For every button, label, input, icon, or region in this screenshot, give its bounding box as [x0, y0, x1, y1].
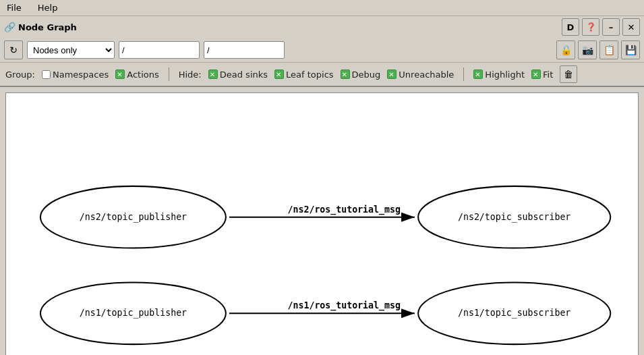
actions-checkbox-group: Actions: [115, 70, 159, 80]
highlight-group: Highlight: [473, 70, 525, 80]
leaf-topics-label: Leaf topics: [286, 70, 334, 80]
actions-label: Actions: [127, 70, 159, 80]
copy-icon: 📋: [604, 45, 615, 55]
view-dropdown[interactable]: Nodes only Nodes/Topics Topics only: [27, 41, 115, 59]
filter-separator: [169, 67, 169, 81]
unreachable-group: Unreachable: [387, 70, 454, 80]
snapshot-icon: 📷: [582, 45, 593, 55]
node-ns2-subscriber-label: /ns2/topic_subscriber: [458, 212, 570, 223]
node-ns2-publisher-label: /ns2/topic_publisher: [80, 212, 187, 223]
graph-area: /ns2/ros_tutorial_msg /ns1/ros_tutorial_…: [5, 92, 639, 355]
refresh-icon: ↻: [9, 45, 18, 55]
filter-separator-2: [463, 67, 464, 81]
highlight-label: Highlight: [485, 70, 525, 80]
fit-group: Fit: [531, 70, 553, 80]
leaf-topics-group: Leaf topics: [274, 70, 334, 80]
save-button[interactable]: 💾: [621, 40, 640, 59]
lock-icon: 🔒: [560, 45, 572, 55]
unreachable-check[interactable]: [387, 70, 397, 79]
graph-svg[interactable]: /ns2/ros_tutorial_msg /ns1/ros_tutorial_…: [6, 93, 638, 355]
filter-bar: Group: Namespaces Actions Hide: Dead sin…: [0, 63, 644, 87]
btn-help[interactable]: ❓: [582, 18, 599, 36]
toolbar: ↻ Nodes only Nodes/Topics Topics only 🔒 …: [0, 38, 644, 63]
btn-dash[interactable]: –: [602, 18, 620, 36]
topic-filter-input[interactable]: [204, 41, 285, 59]
leaf-topics-check[interactable]: [274, 70, 284, 79]
highlight-check[interactable]: [473, 70, 483, 79]
btn-d[interactable]: D: [562, 18, 579, 36]
fit-check[interactable]: [531, 70, 541, 79]
namespaces-label: Namespaces: [53, 70, 109, 80]
group-label: Group:: [5, 70, 35, 80]
actions-green-check[interactable]: [115, 70, 125, 79]
trash-button[interactable]: 🗑: [560, 65, 577, 83]
node-graph-icon: 🔗: [4, 22, 16, 32]
edge-ns2-label: /ns2/ros_tutorial_msg: [288, 204, 401, 215]
fit-label: Fit: [543, 70, 553, 80]
lock-button[interactable]: 🔒: [556, 40, 575, 59]
dead-sinks-group: Dead sinks: [208, 70, 268, 80]
namespaces-checkbox[interactable]: [42, 70, 51, 79]
debug-label: Debug: [352, 70, 381, 80]
debug-group: Debug: [341, 70, 381, 80]
node-ns1-publisher-label: /ns1/topic_publisher: [80, 308, 187, 319]
copy-button[interactable]: 📋: [599, 40, 618, 59]
menu-help[interactable]: Help: [34, 1, 62, 14]
snapshot-button[interactable]: 📷: [578, 40, 597, 59]
debug-check[interactable]: [341, 70, 350, 79]
trash-icon: 🗑: [564, 69, 573, 80]
node-ns1-subscriber-label: /ns1/topic_subscriber: [458, 308, 570, 319]
menu-bar: File Help: [0, 0, 644, 16]
edge-ns1-label: /ns1/ros_tutorial_msg: [288, 300, 401, 311]
dead-sinks-check[interactable]: [208, 70, 218, 79]
page-title: Node Graph: [18, 22, 77, 32]
btn-close[interactable]: ✕: [622, 18, 640, 36]
dead-sinks-label: Dead sinks: [220, 70, 268, 80]
title-bar: 🔗 Node Graph D ❓ – ✕: [0, 16, 644, 38]
unreachable-label: Unreachable: [399, 70, 454, 80]
namespace-filter-input[interactable]: [119, 41, 200, 59]
hide-label: Hide:: [179, 70, 202, 80]
namespaces-checkbox-group: Namespaces: [42, 70, 109, 80]
refresh-button[interactable]: ↻: [4, 40, 23, 59]
save-icon: 💾: [625, 45, 637, 55]
menu-file[interactable]: File: [3, 1, 26, 14]
